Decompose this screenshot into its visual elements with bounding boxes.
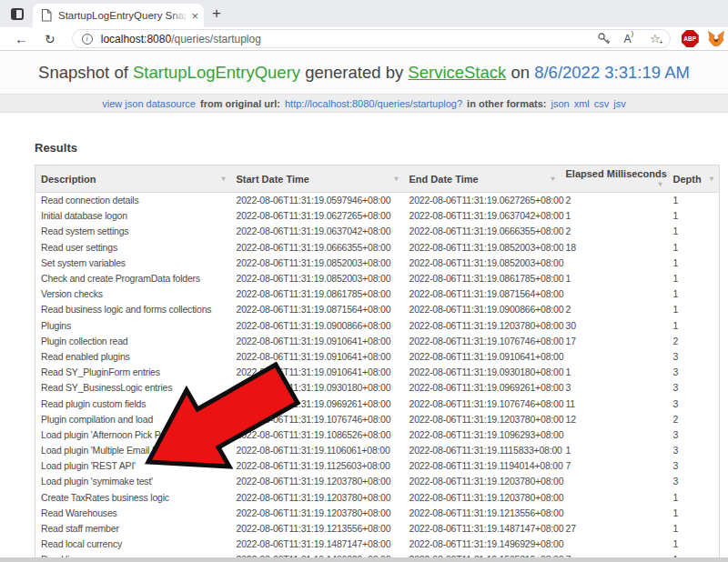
table-row: Read SY_PluginForm entries2022-08-06T11:… (35, 365, 720, 380)
page-header: Snapshot of StartupLogEntryQuery generat… (0, 51, 728, 94)
cell-start-date-time: 2022-08-06T11:31:19.0852003+08:00 (231, 271, 404, 286)
cell-start-date-time: 2022-08-06T11:31:19.1213556+08:00 (231, 521, 404, 537)
cell-end-date-time: 2022-08-06T11:31:19.1213556+08:00 (404, 506, 561, 521)
favorite-star-icon[interactable]: ☆+ (650, 33, 661, 45)
browser-window: StartupLogEntryQuery Snapshot × + ← ↻ i … (0, 0, 728, 562)
cell-depth: 1 (668, 318, 720, 334)
table-row: Read enabled plugins2022-08-06T11:31:19.… (35, 349, 720, 365)
cell-start-date-time: 2022-08-06T11:31:19.0861785+08:00 (231, 286, 404, 302)
table-row: Read system settings2022-08-06T11:31:19.… (35, 224, 720, 239)
page-title: Snapshot of StartupLogEntryQuery generat… (38, 63, 690, 83)
browser-toolbar: ← ↻ i localhost:8080/queries/startuplog … (0, 27, 728, 51)
tab-actions-icon (11, 8, 24, 20)
url-text[interactable]: localhost:8080/queries/startuplog (101, 33, 598, 45)
cell-end-date-time: 2022-08-06T11:31:19.1203780+08:00 (404, 412, 561, 427)
format-csv-link[interactable]: csv (594, 98, 610, 109)
cell-start-date-time: 2022-08-06T11:31:19.1203780+08:00 (231, 490, 404, 506)
cell-elapsed-milliseconds (561, 427, 668, 443)
cell-depth: 3 (668, 474, 720, 489)
cell-start-date-time: 2022-08-06T11:31:19.0852003+08:00 (231, 256, 404, 271)
refresh-icon[interactable]: ↻ (45, 33, 56, 45)
table-row: Load plugin 'Afternoon Pick Permissions'… (35, 427, 720, 443)
cell-description: Read SY_BusinessLogic entries (35, 380, 231, 396)
cell-depth: 1 (668, 521, 720, 537)
adblock-extension-icon[interactable]: ABP (682, 30, 699, 47)
column-header-end-date-time[interactable]: End Date Time▾ (404, 166, 561, 193)
address-bar[interactable]: i localhost:8080/queries/startuplog A) ☆… (72, 29, 671, 48)
cell-elapsed-milliseconds: 7 (561, 458, 668, 474)
cell-elapsed-milliseconds (561, 490, 668, 506)
cell-end-date-time: 2022-08-06T11:31:19.1487147+08:00 (404, 521, 561, 537)
cell-elapsed-milliseconds: 1 (561, 365, 668, 380)
table-row: Check and create ProgramData folders2022… (35, 271, 720, 286)
back-icon[interactable]: ← (15, 32, 28, 45)
column-header-elapsed-milliseconds[interactable]: Elapsed Milliseconds▾ (561, 166, 668, 193)
cell-description: Set system variables (35, 256, 231, 271)
title-prefix: Snapshot of (38, 63, 128, 82)
format-xml-link[interactable]: xml (574, 98, 590, 109)
cell-end-date-time: 2022-08-06T11:31:19.1496929+08:00 (404, 537, 561, 552)
password-key-icon[interactable] (597, 32, 611, 45)
cell-elapsed-milliseconds (561, 256, 668, 271)
cell-start-date-time: 2022-08-06T11:31:19.0871564+08:00 (231, 302, 404, 317)
tab-close-icon[interactable]: × (191, 10, 198, 22)
table-row: Read user settings2022-08-06T11:31:19.06… (35, 240, 720, 256)
cell-start-date-time: 2022-08-06T11:31:19.0910641+08:00 (231, 365, 404, 380)
cell-depth: 1 (668, 256, 720, 271)
table-row: Load plugin 'Multiple Email Providers'20… (35, 443, 720, 458)
cell-depth: 3 (668, 458, 720, 474)
cell-depth: 3 (668, 349, 720, 365)
other-formats-label: in other formats: (467, 98, 546, 109)
cell-depth: 1 (668, 506, 720, 521)
servicestack-link[interactable]: ServiceStack (408, 63, 506, 82)
cell-description: Read local currency (35, 537, 231, 552)
cell-depth: 3 (668, 396, 720, 411)
cell-start-date-time: 2022-08-06T11:31:19.1106061+08:00 (231, 443, 404, 458)
cell-elapsed-milliseconds: 1 (561, 208, 668, 224)
site-info-icon[interactable]: i (82, 34, 93, 45)
cell-end-date-time: 2022-08-06T11:31:19.1096293+08:00 (404, 427, 561, 443)
cell-elapsed-milliseconds (561, 349, 668, 365)
column-header-depth[interactable]: Depth▾ (668, 166, 720, 193)
cell-description: Create TaxRates business logic (35, 490, 231, 506)
format-json-link[interactable]: json (551, 98, 569, 109)
cell-description: Load plugin 'Afternoon Pick Permissions' (35, 427, 231, 443)
links-bar: view json datasource from original url: … (0, 94, 728, 113)
column-header-start-date-time[interactable]: Start Date Time▾ (231, 166, 404, 193)
cell-start-date-time: 2022-08-06T11:31:19.1125603+08:00 (231, 458, 404, 474)
results-heading: Results (35, 141, 77, 155)
tab-strip: StartupLogEntryQuery Snapshot × + (0, 0, 728, 27)
format-jsv-link[interactable]: jsv (613, 98, 625, 109)
table-row: Read business logic and forms collection… (35, 302, 720, 317)
cell-start-date-time: 2022-08-06T11:31:19.0969261+08:00 (231, 396, 404, 411)
table-row: Load plugin 'REST API'2022-08-06T11:31:1… (35, 458, 720, 474)
cell-depth: 2 (668, 334, 720, 349)
cell-depth: 3 (668, 365, 720, 380)
cell-elapsed-milliseconds: 1 (561, 443, 668, 458)
cell-description: Plugin compilation and load (35, 412, 231, 427)
new-tab-button[interactable]: + (212, 5, 221, 23)
sort-icon: ▾ (551, 174, 554, 184)
original-url-link[interactable]: http://localhost:8080/queries/startuplog… (285, 98, 462, 109)
metamask-extension-icon[interactable] (708, 31, 724, 46)
browser-tab[interactable]: StartupLogEntryQuery Snapshot × (33, 4, 204, 27)
from-original-url-label: from original url: (200, 98, 280, 109)
view-json-datasource-link[interactable]: view json datasource (102, 98, 196, 109)
cell-elapsed-milliseconds (561, 474, 668, 489)
read-aloud-icon[interactable]: A) (623, 32, 637, 45)
column-label: End Date Time (410, 174, 479, 185)
cell-description: Plugins (35, 318, 231, 334)
page-favicon-icon (41, 9, 52, 22)
cell-start-date-time: 2022-08-06T11:31:19.0627265+08:00 (231, 208, 404, 224)
column-header-description[interactable]: Description▾ (35, 166, 231, 193)
cell-description: Read enabled plugins (35, 349, 231, 365)
column-label: Start Date Time (237, 174, 310, 185)
cell-start-date-time: 2022-08-06T11:31:19.0666355+08:00 (231, 240, 404, 256)
cell-elapsed-milliseconds (561, 286, 668, 302)
sort-icon: ▾ (658, 179, 662, 189)
column-label: Depth (673, 174, 702, 185)
results-table: Description▾Start Date Time▾End Date Tim… (35, 165, 720, 562)
tab-actions-button[interactable] (8, 5, 26, 22)
cell-end-date-time: 2022-08-06T11:31:19.0871564+08:00 (404, 286, 561, 302)
table-row: Plugin compilation and load2022-08-06T11… (35, 412, 720, 427)
